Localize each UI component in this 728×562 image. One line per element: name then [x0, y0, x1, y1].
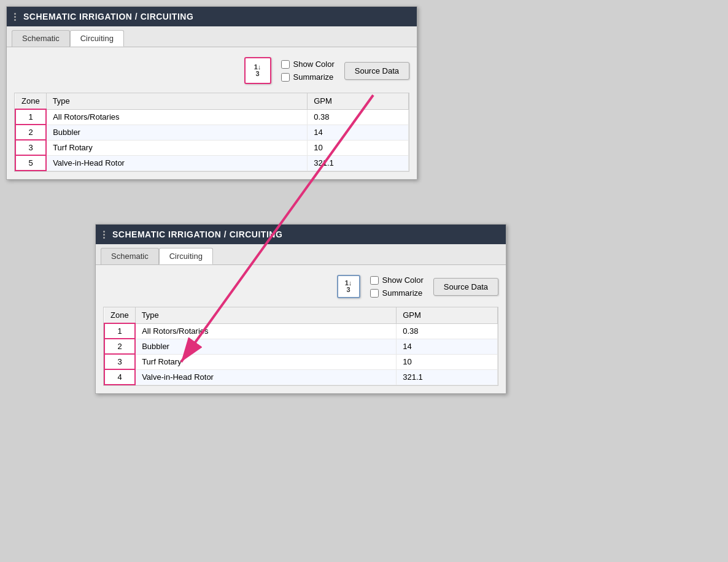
sort-icon-1: 1↓ 3	[254, 64, 261, 77]
gpm-cell: 321.1	[308, 155, 409, 171]
tab-schematic-2[interactable]: Schematic	[101, 248, 159, 264]
table-row: 1 All Rotors/Rotaries 0.38	[15, 109, 409, 125]
zone-cell: 1	[104, 323, 135, 339]
tab-circuiting-2[interactable]: Circuiting	[159, 248, 213, 264]
table-row: 3 Turf Rotary 10	[104, 354, 498, 369]
zone-cell: 1	[15, 109, 46, 125]
zone-cell: 2	[15, 125, 46, 140]
gpm-cell: 321.1	[397, 369, 498, 385]
show-color-row-2: Show Color	[370, 275, 424, 285]
sort-icon-2: 1↓ 3	[345, 280, 352, 293]
gpm-cell: 14	[308, 125, 409, 140]
panel-2: SCHEMATIC IRRIGATION / CIRCUITING Schema…	[95, 224, 506, 394]
summarize-row-2: Summarize	[370, 288, 424, 298]
zone-cell: 3	[15, 140, 46, 155]
col-header-gpm-1: GPM	[308, 93, 409, 109]
gpm-cell: 10	[397, 354, 498, 369]
panel-1-content: 1↓ 3 Show Color Summarize Source Data	[7, 47, 417, 179]
col-header-zone-2: Zone	[104, 307, 135, 323]
table-row: 4 Valve-in-Head Rotor 321.1	[104, 369, 498, 385]
data-table-1: Zone Type GPM 1 All Rotors/Rotaries 0.38…	[14, 93, 409, 172]
table-row: 2 Bubbler 14	[15, 125, 409, 140]
show-color-checkbox-1[interactable]	[281, 60, 290, 69]
col-header-gpm-2: GPM	[397, 307, 498, 323]
summarize-row-1: Summarize	[281, 72, 335, 82]
table-row: 2 Bubbler 14	[104, 339, 498, 354]
checkboxes-2: Show Color Summarize	[370, 275, 424, 298]
tab-schematic-1[interactable]: Schematic	[12, 30, 70, 47]
type-cell: Bubbler	[46, 125, 308, 140]
zone-cell: 2	[104, 339, 135, 354]
type-cell: Bubbler	[135, 339, 397, 354]
gpm-cell: 10	[308, 140, 409, 155]
panel-1-toolbar: 1↓ 3 Show Color Summarize Source Data	[14, 55, 409, 87]
zone-cell: 4	[104, 369, 135, 385]
table-row: 3 Turf Rotary 10	[15, 140, 409, 155]
drag-handle-1	[14, 13, 16, 21]
type-cell: Valve-in-Head Rotor	[46, 155, 308, 171]
show-color-label-1: Show Color	[293, 60, 335, 69]
tab-circuiting-1[interactable]: Circuiting	[70, 30, 124, 47]
gpm-cell: 14	[397, 339, 498, 354]
panel-1-header: SCHEMATIC IRRIGATION / CIRCUITING	[7, 7, 417, 26]
summarize-checkbox-2[interactable]	[370, 289, 379, 298]
summarize-label-1: Summarize	[293, 72, 334, 82]
zone-cell: 3	[104, 354, 135, 369]
data-table-2: Zone Type GPM 1 All Rotors/Rotaries 0.38…	[103, 307, 498, 386]
zone-cell: 5	[15, 155, 46, 171]
col-header-type-1: Type	[46, 93, 308, 109]
panel-2-header: SCHEMATIC IRRIGATION / CIRCUITING	[96, 225, 506, 244]
type-cell: Turf Rotary	[135, 354, 397, 369]
panel-2-content: 1↓ 3 Show Color Summarize Source Data	[96, 265, 506, 393]
type-cell: Valve-in-Head Rotor	[135, 369, 397, 385]
show-color-checkbox-2[interactable]	[370, 276, 379, 285]
panel-1: SCHEMATIC IRRIGATION / CIRCUITING Schema…	[6, 6, 417, 180]
table-row: 5 Valve-in-Head Rotor 321.1	[15, 155, 409, 171]
source-data-button-1[interactable]: Source Data	[344, 62, 409, 80]
type-cell: Turf Rotary	[46, 140, 308, 155]
gpm-cell: 0.38	[308, 109, 409, 125]
summarize-label-2: Summarize	[382, 288, 423, 298]
table-row: 1 All Rotors/Rotaries 0.38	[104, 323, 498, 339]
sort-button-2[interactable]: 1↓ 3	[337, 275, 360, 298]
panel-2-toolbar: 1↓ 3 Show Color Summarize Source Data	[103, 272, 498, 301]
show-color-label-2: Show Color	[382, 275, 424, 285]
drag-handle-2	[103, 231, 105, 239]
type-cell: All Rotors/Rotaries	[135, 323, 397, 339]
type-cell: All Rotors/Rotaries	[46, 109, 308, 125]
panel-1-tabs: Schematic Circuiting	[7, 26, 417, 47]
col-header-type-2: Type	[135, 307, 397, 323]
panel-2-tabs: Schematic Circuiting	[96, 244, 506, 265]
sort-button-1[interactable]: 1↓ 3	[244, 57, 271, 84]
source-data-button-2[interactable]: Source Data	[433, 278, 498, 296]
panel-2-title: SCHEMATIC IRRIGATION / CIRCUITING	[112, 229, 282, 239]
gpm-cell: 0.38	[397, 323, 498, 339]
checkboxes-1: Show Color Summarize	[281, 60, 335, 82]
summarize-checkbox-1[interactable]	[281, 73, 290, 82]
panel-1-title: SCHEMATIC IRRIGATION / CIRCUITING	[23, 12, 193, 21]
col-header-zone-1: Zone	[15, 93, 46, 109]
show-color-row-1: Show Color	[281, 60, 335, 69]
